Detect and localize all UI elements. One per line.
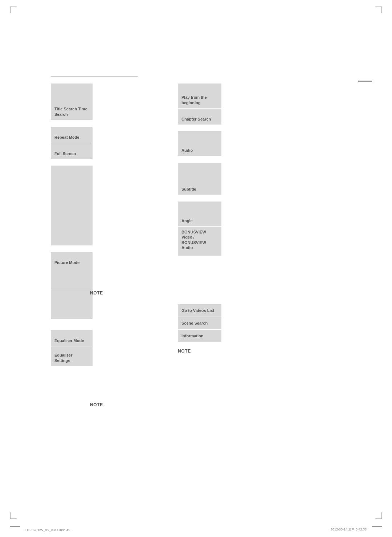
angle-label: Angle <box>181 218 193 223</box>
menu-box-audio[interactable]: Audio <box>178 131 221 156</box>
repeat-mode-label: Repeat Mode <box>54 135 79 140</box>
menu-box-empty-large <box>51 166 93 245</box>
menu-box-scene-search[interactable]: Scene Search <box>178 317 221 329</box>
note-label-3: NOTE <box>90 402 103 407</box>
bonusview-label: BONUSVIEW Video / BONUSVIEW Audio <box>181 229 218 250</box>
menu-box-go-to-videos[interactable]: Go to Videos List <box>178 304 221 317</box>
menu-box-play-beginning[interactable]: Play from the beginning <box>178 84 221 108</box>
menu-box-bonusview[interactable]: BONUSVIEW Video / BONUSVIEW Audio <box>178 227 221 256</box>
top-divider-line <box>51 76 138 77</box>
title-search-label: Title Search Time Search <box>54 106 89 117</box>
menu-box-title-search[interactable]: Title Search Time Search <box>51 84 93 120</box>
right-menu-column-2: Go to Videos List Scene Search Informati… <box>178 304 221 342</box>
equaliser-settings-label: Equaliser Settings <box>54 353 89 363</box>
menu-box-picture-extra <box>51 268 93 290</box>
scene-search-label: Scene Search <box>181 321 208 326</box>
note-label-2: NOTE <box>178 349 191 354</box>
corner-mark-br <box>375 512 382 519</box>
right-spacer-3 <box>178 195 221 202</box>
equaliser-mode-label: Equaliser Mode <box>54 338 84 343</box>
menu-box-equaliser-settings[interactable]: Equaliser Settings <box>51 346 93 366</box>
corner-mark-tr <box>375 7 382 13</box>
top-right-dash <box>358 81 372 82</box>
menu-box-equaliser-mode[interactable]: Equaliser Mode <box>51 330 93 346</box>
full-screen-label: Full Screen <box>54 151 76 156</box>
picture-mode-label: Picture Mode <box>54 260 79 265</box>
footer-right-text: 2012-03-14 오후 3:42:38 <box>331 527 367 532</box>
audio-label: Audio <box>181 148 193 153</box>
corner-mark-tl <box>10 7 17 13</box>
play-beginning-label: Play from the beginning <box>181 95 218 105</box>
spacer-1 <box>51 120 93 127</box>
menu-box-picture-mode[interactable]: Picture Mode <box>51 252 93 268</box>
right-spacer-1 <box>178 125 221 131</box>
spacer-3 <box>51 245 93 252</box>
note-label-1: NOTE <box>90 290 103 296</box>
spacer-4 <box>51 319 93 330</box>
menu-box-information[interactable]: Information <box>178 330 221 342</box>
spacer-2 <box>51 159 93 166</box>
menu-box-full-screen[interactable]: Full Screen <box>51 143 93 159</box>
bottom-dash-right <box>372 526 382 527</box>
menu-box-chapter-search[interactable]: Chapter Search <box>178 109 221 125</box>
footer-left-text: HT-E6750W_XY_0314.indd 45 <box>25 528 70 532</box>
right-menu-column: Play from the beginning Chapter Search A… <box>178 84 221 256</box>
information-label: Information <box>181 333 204 338</box>
menu-box-angle[interactable]: Angle <box>178 202 221 226</box>
menu-box-repeat-mode[interactable]: Repeat Mode <box>51 127 93 143</box>
chapter-search-label: Chapter Search <box>181 117 211 122</box>
menu-box-picture-extra2 <box>51 290 93 319</box>
corner-mark-bl <box>10 512 17 519</box>
menu-box-subtitle[interactable]: Subtitle <box>178 163 221 195</box>
right-spacer-2 <box>178 156 221 163</box>
subtitle-label: Subtitle <box>181 187 196 192</box>
go-to-videos-label: Go to Videos List <box>181 308 214 313</box>
left-menu-column: Title Search Time Search Repeat Mode Ful… <box>51 84 93 366</box>
bottom-dash-left <box>10 526 20 527</box>
